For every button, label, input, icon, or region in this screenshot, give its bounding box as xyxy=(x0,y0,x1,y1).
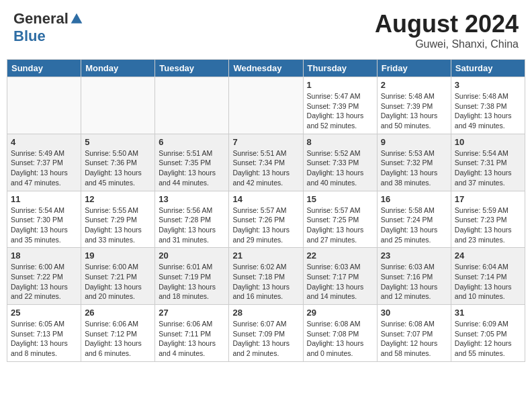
calendar-day-cell: 3Sunrise: 5:48 AM Sunset: 7:38 PM Daylig… xyxy=(451,77,525,134)
day-number: 29 xyxy=(307,308,373,318)
day-number: 26 xyxy=(85,308,151,318)
calendar-table: SundayMondayTuesdayWednesdayThursdayFrid… xyxy=(7,59,525,362)
day-number: 31 xyxy=(455,308,521,318)
logo: General Blue xyxy=(13,10,83,45)
day-info: Sunrise: 5:50 AM Sunset: 7:36 PM Dayligh… xyxy=(85,148,151,188)
day-number: 11 xyxy=(11,194,77,204)
day-info: Sunrise: 6:06 AM Sunset: 7:12 PM Dayligh… xyxy=(85,319,151,359)
day-number: 24 xyxy=(455,250,521,261)
calendar-week-row: 18Sunrise: 6:00 AM Sunset: 7:22 PM Dayli… xyxy=(7,248,525,305)
day-number: 13 xyxy=(159,194,225,204)
day-number: 1 xyxy=(307,80,373,90)
calendar-day-cell: 6Sunrise: 5:51 AM Sunset: 7:35 PM Daylig… xyxy=(155,134,229,191)
day-number: 2 xyxy=(381,80,447,90)
calendar-day-cell: 15Sunrise: 5:57 AM Sunset: 7:25 PM Dayli… xyxy=(303,191,377,248)
calendar-day-cell: 13Sunrise: 5:56 AM Sunset: 7:28 PM Dayli… xyxy=(155,191,229,248)
calendar-day-cell: 14Sunrise: 5:57 AM Sunset: 7:26 PM Dayli… xyxy=(229,191,303,248)
day-number: 23 xyxy=(381,250,447,261)
calendar-day-cell: 18Sunrise: 6:00 AM Sunset: 7:22 PM Dayli… xyxy=(7,248,81,305)
day-number: 3 xyxy=(455,80,521,90)
calendar-day-cell: 1Sunrise: 5:47 AM Sunset: 7:39 PM Daylig… xyxy=(303,77,377,134)
day-info: Sunrise: 5:58 AM Sunset: 7:24 PM Dayligh… xyxy=(381,205,447,245)
day-info: Sunrise: 5:49 AM Sunset: 7:37 PM Dayligh… xyxy=(11,148,77,188)
day-number: 19 xyxy=(85,250,151,261)
calendar-day-cell: 12Sunrise: 5:55 AM Sunset: 7:29 PM Dayli… xyxy=(81,191,155,248)
day-info: Sunrise: 5:48 AM Sunset: 7:39 PM Dayligh… xyxy=(381,91,447,131)
day-number: 9 xyxy=(381,137,447,147)
day-info: Sunrise: 5:59 AM Sunset: 7:23 PM Dayligh… xyxy=(455,205,521,245)
calendar-day-cell: 8Sunrise: 5:52 AM Sunset: 7:33 PM Daylig… xyxy=(303,134,377,191)
calendar-day-cell: 5Sunrise: 5:50 AM Sunset: 7:36 PM Daylig… xyxy=(81,134,155,191)
calendar-day-cell: 20Sunrise: 6:01 AM Sunset: 7:19 PM Dayli… xyxy=(155,248,229,305)
day-info: Sunrise: 6:03 AM Sunset: 7:17 PM Dayligh… xyxy=(307,262,373,302)
calendar-day-cell xyxy=(229,77,303,134)
calendar-day-cell: 10Sunrise: 5:54 AM Sunset: 7:31 PM Dayli… xyxy=(451,134,525,191)
day-info: Sunrise: 5:47 AM Sunset: 7:39 PM Dayligh… xyxy=(307,91,373,131)
day-number: 10 xyxy=(455,137,521,147)
day-of-week-header: Friday xyxy=(377,60,451,77)
day-number: 5 xyxy=(85,137,151,147)
calendar-day-cell: 4Sunrise: 5:49 AM Sunset: 7:37 PM Daylig… xyxy=(7,134,81,191)
calendar-day-cell: 11Sunrise: 5:54 AM Sunset: 7:30 PM Dayli… xyxy=(7,191,81,248)
logo-blue-text: Blue xyxy=(13,28,46,45)
day-info: Sunrise: 6:04 AM Sunset: 7:14 PM Dayligh… xyxy=(455,262,521,302)
day-info: Sunrise: 5:57 AM Sunset: 7:25 PM Dayligh… xyxy=(307,205,373,245)
day-number: 20 xyxy=(159,250,225,261)
calendar-day-cell: 27Sunrise: 6:06 AM Sunset: 7:11 PM Dayli… xyxy=(155,305,229,362)
day-info: Sunrise: 6:06 AM Sunset: 7:11 PM Dayligh… xyxy=(159,319,225,359)
calendar-day-cell: 24Sunrise: 6:04 AM Sunset: 7:14 PM Dayli… xyxy=(451,248,525,305)
calendar-day-cell: 22Sunrise: 6:03 AM Sunset: 7:17 PM Dayli… xyxy=(303,248,377,305)
day-number: 15 xyxy=(307,194,373,204)
day-info: Sunrise: 6:05 AM Sunset: 7:13 PM Dayligh… xyxy=(11,319,77,359)
day-number: 8 xyxy=(307,137,373,147)
day-of-week-header: Thursday xyxy=(303,60,377,77)
day-info: Sunrise: 5:55 AM Sunset: 7:29 PM Dayligh… xyxy=(85,205,151,245)
day-number: 22 xyxy=(307,250,373,261)
day-number: 16 xyxy=(381,194,447,204)
day-info: Sunrise: 5:52 AM Sunset: 7:33 PM Dayligh… xyxy=(307,148,373,188)
day-info: Sunrise: 5:51 AM Sunset: 7:34 PM Dayligh… xyxy=(232,148,299,188)
day-info: Sunrise: 5:57 AM Sunset: 7:26 PM Dayligh… xyxy=(232,205,299,245)
calendar-week-row: 11Sunrise: 5:54 AM Sunset: 7:30 PM Dayli… xyxy=(7,191,525,248)
day-number: 14 xyxy=(232,194,299,204)
calendar-header: SundayMondayTuesdayWednesdayThursdayFrid… xyxy=(7,60,525,77)
day-info: Sunrise: 6:07 AM Sunset: 7:09 PM Dayligh… xyxy=(232,319,299,359)
day-of-week-header: Wednesday xyxy=(229,60,303,77)
calendar-day-cell: 19Sunrise: 6:00 AM Sunset: 7:21 PM Dayli… xyxy=(81,248,155,305)
day-info: Sunrise: 6:01 AM Sunset: 7:19 PM Dayligh… xyxy=(159,262,225,302)
calendar-day-cell: 30Sunrise: 6:08 AM Sunset: 7:07 PM Dayli… xyxy=(377,305,451,362)
day-number: 28 xyxy=(232,308,299,318)
calendar-day-cell: 21Sunrise: 6:02 AM Sunset: 7:18 PM Dayli… xyxy=(229,248,303,305)
day-of-week-header: Monday xyxy=(81,60,155,77)
day-info: Sunrise: 6:09 AM Sunset: 7:05 PM Dayligh… xyxy=(455,319,521,359)
day-info: Sunrise: 5:56 AM Sunset: 7:28 PM Dayligh… xyxy=(159,205,225,245)
calendar-week-row: 25Sunrise: 6:05 AM Sunset: 7:13 PM Dayli… xyxy=(7,305,525,362)
calendar-day-cell: 31Sunrise: 6:09 AM Sunset: 7:05 PM Dayli… xyxy=(451,305,525,362)
calendar-day-cell xyxy=(7,77,81,134)
calendar-day-cell: 26Sunrise: 6:06 AM Sunset: 7:12 PM Dayli… xyxy=(81,305,155,362)
calendar-day-cell: 23Sunrise: 6:03 AM Sunset: 7:16 PM Dayli… xyxy=(377,248,451,305)
calendar-week-row: 4Sunrise: 5:49 AM Sunset: 7:37 PM Daylig… xyxy=(7,134,525,191)
day-number: 6 xyxy=(159,137,225,147)
day-number: 17 xyxy=(455,194,521,204)
day-info: Sunrise: 6:08 AM Sunset: 7:08 PM Dayligh… xyxy=(307,319,373,359)
day-of-week-header: Sunday xyxy=(7,60,81,77)
calendar-day-cell: 28Sunrise: 6:07 AM Sunset: 7:09 PM Dayli… xyxy=(229,305,303,362)
calendar-week-row: 1Sunrise: 5:47 AM Sunset: 7:39 PM Daylig… xyxy=(7,77,525,134)
day-number: 7 xyxy=(232,137,299,147)
page-header: General Blue August 2024 Guwei, Shanxi, … xyxy=(7,7,525,54)
day-of-week-header: Tuesday xyxy=(155,60,229,77)
calendar-day-cell: 2Sunrise: 5:48 AM Sunset: 7:39 PM Daylig… xyxy=(377,77,451,134)
calendar-day-cell: 16Sunrise: 5:58 AM Sunset: 7:24 PM Dayli… xyxy=(377,191,451,248)
day-info: Sunrise: 5:51 AM Sunset: 7:35 PM Dayligh… xyxy=(159,148,225,188)
title-block: August 2024 Guwei, Shanxi, China xyxy=(375,10,519,50)
calendar-day-cell: 9Sunrise: 5:53 AM Sunset: 7:32 PM Daylig… xyxy=(377,134,451,191)
day-number: 25 xyxy=(11,308,77,318)
calendar-day-cell: 7Sunrise: 5:51 AM Sunset: 7:34 PM Daylig… xyxy=(229,134,303,191)
day-info: Sunrise: 5:54 AM Sunset: 7:31 PM Dayligh… xyxy=(455,148,521,188)
calendar-day-cell xyxy=(81,77,155,134)
day-number: 27 xyxy=(159,308,225,318)
day-info: Sunrise: 5:48 AM Sunset: 7:38 PM Dayligh… xyxy=(455,91,521,131)
logo-general-text: General xyxy=(13,10,69,28)
day-number: 30 xyxy=(381,308,447,318)
